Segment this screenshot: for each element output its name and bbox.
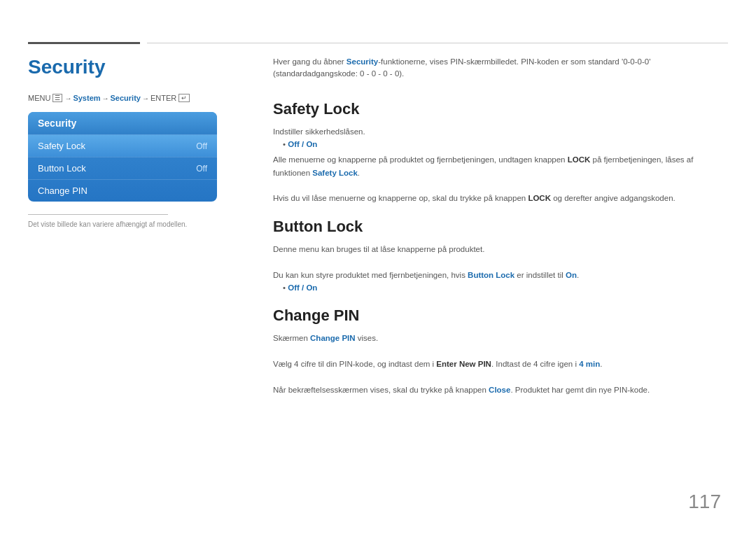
top-line-light (147, 43, 728, 43)
button-lock-bold: Button Lock (468, 271, 514, 279)
top-decorative-lines (28, 42, 728, 44)
nav-enter-icon: ↵ (178, 94, 190, 102)
panel-item-change-pin-label: Change PIN (38, 185, 88, 196)
page-title: Security (28, 56, 245, 78)
panel-header: Security (28, 112, 217, 134)
ui-panel: Security Safety Lock Off Button Lock Off… (28, 112, 217, 202)
page-number: 117 (688, 491, 721, 513)
change-pin-body: Skærmen Change PIN vises. Vælg 4 cifre t… (273, 332, 728, 396)
nav-arrow-1: → (64, 94, 71, 102)
panel-item-button-lock-label: Button Lock (38, 163, 86, 174)
left-column: Security MENU ☰ → System → Security → EN… (28, 56, 245, 228)
panel-item-safety-lock-value: Off (196, 141, 207, 151)
button-lock-body: Denne menu kan bruges til at låse knappe… (273, 243, 728, 295)
nav-security: Security (111, 94, 141, 102)
intro-security-bold: Security (346, 57, 378, 66)
button-lock-on: On (566, 271, 577, 279)
change-pin-title: Change PIN (273, 307, 728, 325)
right-column: Hver gang du åbner Security-funktionerne… (273, 56, 728, 409)
safety-lock-bold-lock2: LOCK (528, 194, 551, 202)
menu-navigation: MENU ☰ → System → Security → ENTER ↵ (28, 94, 245, 102)
change-pin-close: Close (489, 386, 510, 394)
safety-lock-bold-lock: LOCK (568, 155, 591, 164)
menu-icon: ☰ (52, 94, 62, 102)
panel-item-button-lock-value: Off (196, 164, 207, 174)
footnote: Det viste billede kan variere afhængigt … (28, 220, 245, 228)
button-lock-title: Button Lock (273, 218, 728, 236)
button-lock-off-on: Off / On (288, 283, 317, 292)
top-line-dark (28, 42, 140, 44)
safety-lock-body: Indstiller sikkerhedslåsen. Off / On All… (273, 125, 728, 205)
nav-arrow-2: → (102, 94, 109, 102)
nav-enter: ENTER (150, 94, 176, 102)
panel-item-safety-lock-label: Safety Lock (38, 141, 85, 151)
intro-text: Hver gang du åbner Security-funktionerne… (273, 56, 728, 80)
panel-divider (28, 214, 168, 215)
change-pin-4min: 4 min (579, 360, 600, 368)
safety-lock-off-on: Off / On (288, 140, 317, 148)
panel-item-change-pin[interactable]: Change PIN (28, 179, 217, 202)
nav-menu-label: MENU (28, 94, 50, 102)
nav-arrow-3: → (142, 94, 149, 102)
safety-lock-bold-blue: Safety Lock (312, 169, 358, 177)
page-container: Security MENU ☰ → System → Security → EN… (0, 0, 756, 534)
nav-system: System (73, 94, 100, 102)
change-pin-bold1: Change PIN (310, 334, 356, 342)
panel-item-safety-lock[interactable]: Safety Lock Off (28, 134, 217, 157)
change-pin-enter-new: Enter New PIN (436, 360, 491, 368)
safety-lock-title: Safety Lock (273, 100, 728, 118)
panel-item-button-lock[interactable]: Button Lock Off (28, 157, 217, 179)
